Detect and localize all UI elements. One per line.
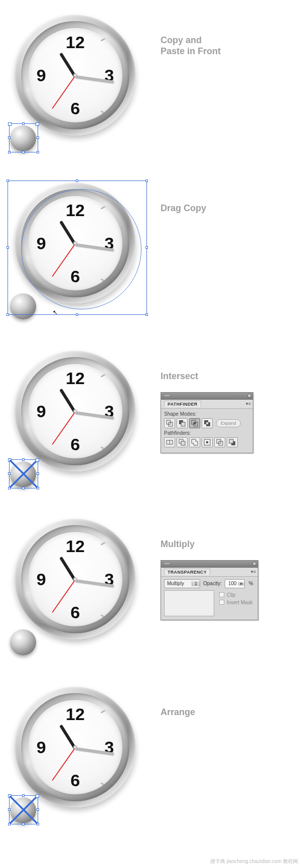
cursor-icon: ↖ — [53, 309, 58, 316]
expand-button[interactable]: Expand — [216, 419, 241, 427]
clock-icon: 12 3 6 9 — [15, 519, 135, 639]
step-intersect: 12 3 6 9 Intersect — [0, 346, 301, 491]
unite-button[interactable] — [164, 418, 175, 428]
clock-wrap: 12 3 6 9 — [10, 519, 140, 659]
clip-option[interactable]: Clip — [219, 592, 253, 598]
panel-tab-transparency[interactable]: TRANSPARENCY — [164, 569, 210, 575]
exclude-button[interactable] — [202, 418, 213, 428]
svg-rect-14 — [206, 441, 208, 443]
clock-numeral-12: 12 — [66, 537, 85, 556]
panel-menu-icon[interactable]: ▾≡ — [251, 569, 256, 574]
blend-mode-value: Multiply — [165, 581, 192, 586]
panel-collapse-icon[interactable] — [252, 562, 256, 566]
transparency-panel[interactable]: TRANSPARENCY ▾≡ Multiply ▲▼ Opacity: 100… — [161, 560, 258, 620]
crop-button[interactable] — [202, 437, 213, 447]
clock-wrap: 12 3 6 9 — [10, 351, 140, 491]
step-label: Arrange — [161, 707, 301, 718]
panel-titlebar[interactable] — [161, 561, 258, 568]
step-label: Multiply — [161, 539, 301, 550]
svg-rect-3 — [181, 422, 185, 426]
percent-label: % — [249, 581, 253, 586]
panel-collapse-icon[interactable] — [247, 394, 251, 398]
step-illustration: 12 3 6 9 — [0, 346, 150, 491]
panel-titlebar[interactable] — [161, 393, 253, 400]
chevron-right-icon[interactable]: ▶ — [238, 582, 244, 586]
clock-foot-ball — [10, 629, 36, 655]
opacity-preview-swatch — [164, 590, 214, 616]
clock-numeral-12: 12 — [66, 33, 85, 52]
step-copy-paste-front: 12 3 6 9 Copy and Paste in Front — [0, 10, 301, 155]
intersect-button[interactable] — [189, 418, 200, 428]
divide-button[interactable] — [164, 437, 175, 447]
chevron-updown-icon: ▲▼ — [192, 581, 200, 586]
svg-rect-6 — [194, 422, 196, 424]
step-label: Intersect — [161, 371, 301, 382]
step-label: Drag Copy — [161, 203, 301, 214]
panel-tab-pathfinder[interactable]: PATHFINDER — [164, 401, 201, 407]
blend-mode-dropdown[interactable]: Multiply ▲▼ — [164, 579, 200, 588]
selection-box-large[interactable] — [8, 181, 147, 315]
clock-wrap: 12 3 6 9 — [10, 15, 140, 155]
pathfinder-panel[interactable]: PATHFINDER ▾≡ Shape Modes: Expand Pathfi… — [161, 392, 253, 453]
clock-wrap: 12 3 6 9 — [10, 687, 140, 827]
minus-back-button[interactable] — [227, 437, 238, 447]
selection-box-intersect[interactable] — [9, 459, 38, 488]
panel-tab-row: PATHFINDER ▾≡ — [161, 400, 253, 409]
outline-button[interactable] — [214, 437, 225, 447]
panel-tab-row: TRANSPARENCY ▾≡ — [161, 568, 258, 577]
svg-rect-19 — [229, 439, 233, 443]
step-illustration: 12 3 6 9 ↖ — [0, 178, 150, 323]
clock-numeral-9: 9 — [37, 738, 46, 757]
shape-modes-label: Shape Modes: — [164, 411, 250, 417]
merge-button[interactable] — [189, 437, 200, 447]
opacity-value: 100 — [225, 581, 238, 586]
clock-numeral-9: 9 — [37, 402, 46, 421]
clock-numeral-9: 9 — [37, 570, 46, 589]
step-arrange: 12 3 6 9 Arrange — [0, 682, 301, 827]
clock-numeral-6: 6 — [71, 434, 80, 454]
clock-icon: 12 3 6 9 — [15, 15, 135, 135]
step-illustration: 12 3 6 9 — [0, 514, 150, 659]
clock-wrap: 12 3 6 9 ↖ — [10, 183, 140, 323]
step-multiply: 12 3 6 9 Multiply TRANSPARENCY ▾≡ — [0, 514, 301, 659]
step-illustration: 12 3 6 9 — [0, 10, 150, 155]
clock-icon: 12 3 6 9 — [15, 687, 135, 807]
step-illustration: 12 3 6 9 — [0, 682, 150, 827]
clock-numeral-9: 9 — [37, 66, 46, 85]
panel-menu-icon[interactable]: ▾≡ — [246, 401, 251, 406]
invert-mask-option[interactable]: Invert Mask — [219, 600, 253, 605]
opacity-input[interactable]: 100 ▶ — [225, 579, 245, 588]
svg-rect-13 — [181, 441, 185, 445]
checkbox-icon[interactable] — [219, 600, 224, 605]
minus-front-button[interactable] — [177, 418, 188, 428]
clock-numeral-12: 12 — [66, 705, 85, 724]
invert-mask-label: Invert Mask — [227, 600, 253, 605]
clip-label: Clip — [227, 592, 235, 598]
clock-numeral-6: 6 — [71, 98, 80, 118]
opacity-label: Opacity: — [203, 581, 222, 586]
step-label: Copy and Paste in Front — [161, 35, 301, 57]
selection-box-intersect[interactable] — [9, 795, 38, 824]
svg-rect-9 — [206, 422, 208, 424]
clock-icon: 12 3 6 9 — [15, 351, 135, 471]
selection-box-small[interactable] — [9, 123, 38, 152]
clock-numeral-6: 6 — [71, 602, 80, 622]
pathfinders-label: Pathfinders: — [164, 430, 250, 436]
clock-numeral-6: 6 — [71, 770, 80, 790]
trim-button[interactable] — [177, 437, 188, 447]
checkbox-icon[interactable] — [219, 592, 224, 597]
step-drag-copy: 12 3 6 9 ↖ Drag Copy — [0, 178, 301, 323]
clock-numeral-12: 12 — [66, 369, 85, 388]
